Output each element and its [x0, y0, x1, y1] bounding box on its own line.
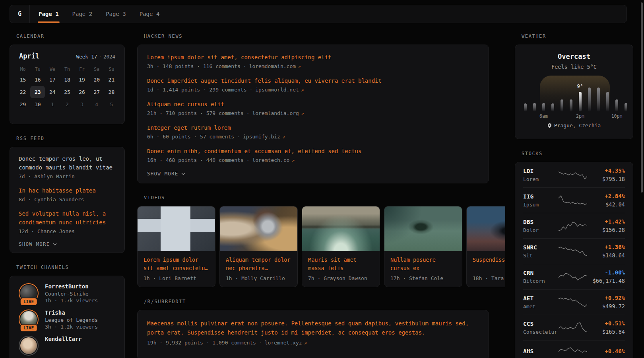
weather-bar [533, 73, 536, 111]
stock-change: +4.35% [588, 167, 625, 174]
calendar-day-grid: 15 16 17 18 19 20 21 22 23 24 25 26 27 2… [16, 74, 119, 111]
video-thumbnail[interactable] [467, 206, 505, 251]
rss-item-title[interactable]: In hac habitasse platea [19, 186, 116, 195]
show-more-label: SHOW MORE [147, 171, 178, 177]
rss-item: Donec tempor eros leo, ut commodo mauris… [19, 154, 116, 181]
hn-item-title[interactable]: Aliquam nec cursus elit [147, 100, 479, 109]
stock-change: +0.46% [588, 348, 625, 354]
current-temp-label: 9° [577, 83, 583, 89]
video-thumbnail[interactable] [302, 206, 380, 251]
tab-page-4[interactable]: Page 4 [140, 5, 160, 23]
weather-bar [597, 73, 600, 111]
stock-change: +1.42% [588, 218, 625, 225]
video-meta: 17h · Stefan Cole [384, 272, 462, 287]
weekday-label: Su [104, 66, 119, 72]
video-title[interactable]: Nullam posuere cursus ex [384, 251, 462, 272]
calendar-day: 18 [60, 74, 74, 86]
hn-item: Donec enim nibh, condimentum et accumsan… [147, 147, 479, 164]
hn-item-title[interactable]: Integer eget rutrum lorem [147, 123, 479, 132]
hn-item-domain[interactable]: loremtech.co [252, 157, 289, 163]
weather-condition: Overcast [515, 53, 633, 60]
stock-row[interactable]: DBSDolor +1.42%$156.28 [523, 213, 625, 238]
channel-info: KendallCarr [45, 336, 82, 343]
tab-page-1[interactable]: Page 1 [39, 5, 59, 23]
calendar-month: April [19, 52, 39, 60]
twitch-channel-row[interactable]: LIVE KendallCarr [19, 336, 116, 356]
stock-name: Ipsum [523, 202, 558, 208]
weather-hourly-chart: 6am2pm10pm 9° [515, 73, 633, 111]
stock-row[interactable]: LDILorem +4.35%$795.18 [523, 162, 625, 187]
hn-item-title[interactable]: Donec enim nibh, condimentum et accumsan… [147, 147, 479, 156]
stock-name: Consectetur [523, 329, 558, 335]
weather-bars: 6am2pm10pm [524, 73, 627, 111]
hn-item-domain[interactable]: ipsumworld.net [255, 87, 299, 93]
stock-sparkline [558, 346, 588, 358]
stock-symbol: AET [523, 295, 558, 302]
separator-dot: · [246, 157, 250, 163]
hn-item-domain[interactable]: loremlandia.org [252, 110, 299, 116]
hn-item-title[interactable]: Lorem ipsum dolor sit amet, consectetur … [147, 53, 479, 62]
stock-row[interactable]: IIGIpsum +2.84%$42.04 [523, 187, 625, 213]
tab-page-3[interactable]: Page 3 [106, 5, 126, 23]
external-link-icon: ↗ [301, 87, 304, 93]
external-link-icon: ↗ [301, 110, 304, 116]
video-meta: 7h · Grayson Dawson [302, 272, 380, 287]
videos-row: Lorem ipsum dolor sit amet consectetu… 1… [137, 206, 505, 287]
twitch-channels-widget: LIVE ForrestBurton Counter-Strike 1h · 1… [10, 276, 125, 358]
stock-price: $66,171.48 [588, 278, 625, 284]
app-logo[interactable]: G [10, 5, 29, 23]
external-link-icon: ↗ [291, 157, 295, 163]
rss-item-title[interactable]: Donec tempor eros leo, ut commodo mauris… [19, 154, 116, 172]
subreddit-item-domain[interactable]: loremnet.xyz [265, 340, 302, 346]
external-link-icon: ↗ [298, 63, 301, 69]
location-text: Prague, Czechia [554, 123, 601, 128]
hn-item-domain[interactable]: loremdomain.com [249, 63, 296, 69]
video-thumbnail[interactable] [138, 206, 215, 251]
subreddit-item-title[interactable]: Maecenas mollis pulvinar erat non posuer… [147, 319, 479, 337]
twitch-channel-row[interactable]: LIVE ForrestBurton Counter-Strike 1h · 1… [19, 283, 116, 304]
video-card: Mauris sit amet massa felis 7h · Grayson… [302, 206, 380, 287]
hn-item-meta: 21h · 710 points · 579 comments·loremlan… [147, 109, 479, 117]
hn-item-domain[interactable]: ipsumify.biz [243, 134, 280, 140]
section-title-calendar: CALENDAR [16, 33, 125, 39]
rss-show-more-button[interactable]: SHOW MORE [19, 241, 57, 247]
video-thumbnail[interactable] [220, 206, 297, 251]
video-meta: 18h · Tara [467, 272, 505, 287]
stock-row[interactable]: CRNBitcorn -1.00%$66,171.48 [523, 264, 625, 289]
live-badge: LIVE [20, 298, 38, 306]
stock-row[interactable]: AHS +0.46% [523, 340, 625, 358]
video-title[interactable]: Mauris sit amet massa felis [302, 251, 380, 272]
stock-change: +1.36% [588, 244, 625, 250]
weekday-label: Sa [89, 66, 104, 72]
page-scrollbar[interactable] [641, 2, 643, 193]
calendar-day-selected: 23 [30, 86, 45, 98]
rss-item-title[interactable]: Sed volutpat nulla nisl, a condimentum n… [19, 209, 116, 227]
calendar-day: 3 [75, 98, 89, 111]
weather-bar [625, 73, 627, 111]
stock-row[interactable]: CCSConsectetur +0.51%$165.84 [523, 315, 625, 340]
weather-time-label: 2pm [576, 113, 584, 119]
video-card: Nullam posuere cursus ex 17h · Stefan Co… [384, 206, 462, 287]
calendar-day: 4 [89, 98, 104, 111]
hn-item: Integer eget rutrum lorem 6h · 60 points… [147, 123, 479, 141]
calendar-week-label: Week 17·2024 [76, 54, 115, 60]
video-title[interactable]: Lorem ipsum dolor sit amet consectetu… [138, 251, 215, 272]
video-thumbnail[interactable] [384, 206, 462, 251]
external-link-icon: ↗ [304, 340, 307, 346]
tab-page-2[interactable]: Page 2 [72, 5, 93, 23]
stock-row[interactable]: SNRCSit +1.36%$148.64 [523, 238, 625, 264]
twitch-channel-row[interactable]: LIVE Trisha League of Legends 3h · 1.2k … [19, 309, 116, 330]
channel-name: ForrestBurton [45, 283, 98, 290]
hn-item-meta: 16h · 468 points · 440 comments·loremtec… [147, 156, 479, 164]
calendar-widget: April Week 17·2024 Mo Tu We Th Fr Sa Su … [10, 45, 125, 124]
stock-price: $165.84 [588, 329, 625, 335]
video-title[interactable]: Suspendisse diam [467, 251, 505, 272]
stock-sparkline [558, 194, 588, 207]
hn-item-title[interactable]: Donec imperdiet augue tincidunt felis al… [147, 76, 479, 85]
hn-show-more-button[interactable]: SHOW MORE [147, 171, 185, 177]
stock-symbol: DBS [523, 219, 558, 225]
weather-bar [606, 73, 609, 111]
stock-row[interactable]: AETAmet +0.92%$499.72 [523, 289, 625, 315]
weekday-label: Mo [16, 66, 30, 72]
video-title[interactable]: Aliquam tempor dolor nec pharetra… [220, 251, 297, 272]
